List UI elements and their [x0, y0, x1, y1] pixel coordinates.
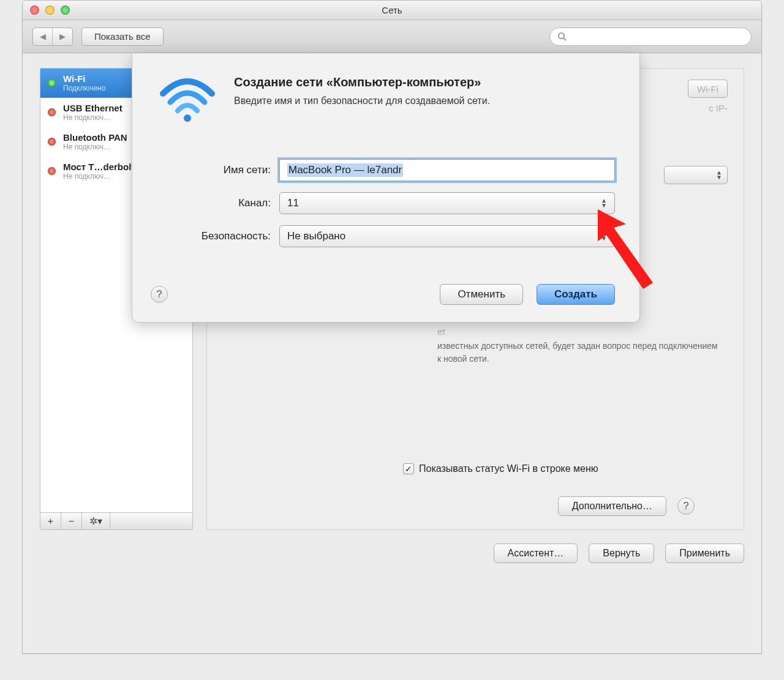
status-dot-icon [48, 138, 56, 146]
sidebar-footer: + − ✲▾ [40, 512, 192, 529]
network-name-label: Имя сети: [157, 164, 279, 176]
toolbar: ◀ ▶ Показать все [23, 20, 761, 53]
svg-point-0 [559, 33, 564, 39]
channel-select[interactable]: 11 ▲▼ [279, 192, 615, 214]
stepper-icon: ▲▼ [601, 231, 607, 241]
sidebar-item-label: Bluetooth PAN [63, 132, 127, 143]
sidebar-item-sub: Подключено [63, 84, 105, 92]
help-icon: ? [683, 500, 688, 512]
revert-button[interactable]: Вернуть [589, 544, 654, 563]
status-dot-icon [48, 108, 56, 116]
security-select[interactable]: Не выбрано ▲▼ [279, 225, 615, 247]
channel-value: 11 [287, 197, 299, 209]
forward-icon[interactable]: ▶ [53, 28, 72, 45]
sheet-title: Создание сети «Компьютер-компьютер» [234, 75, 490, 89]
service-actions-button[interactable]: ✲▾ [82, 513, 110, 529]
search-icon [557, 32, 567, 41]
sidebar-item-sub: Не подключ… [63, 172, 134, 181]
remove-service-button[interactable]: − [61, 513, 82, 529]
sidebar-item-sub: Не подключ… [63, 143, 127, 151]
back-icon[interactable]: ◀ [33, 28, 53, 45]
wifi-toggle-button[interactable]: Wi-Fi [688, 80, 728, 98]
ip-fragment: с IP- [709, 103, 728, 113]
security-label: Безопасность: [157, 230, 279, 242]
sidebar-item-label: Wi-Fi [63, 73, 105, 84]
sidebar-item-label: Мост T…derbolt [63, 162, 134, 172]
network-name-input[interactable]: MacBook Pro — le7andr [279, 159, 615, 181]
apply-button[interactable]: Применить [665, 544, 744, 563]
show-status-checkbox-row[interactable]: ✓ Показывать статус Wi-Fi в строке меню [403, 463, 598, 474]
cancel-button[interactable]: Отменить [440, 284, 523, 305]
create-button[interactable]: Создать [537, 284, 615, 305]
gear-icon: ✲▾ [89, 515, 102, 527]
titlebar: Сеть [23, 1, 761, 20]
window-title: Сеть [23, 5, 761, 15]
channel-label: Канал: [157, 197, 279, 209]
security-value: Не выбрано [287, 230, 345, 242]
add-service-button[interactable]: + [40, 513, 61, 529]
wifi-icon [157, 75, 218, 126]
network-name-value: MacBook Pro — le7andr [287, 163, 403, 177]
nav-back-forward[interactable]: ◀ ▶ [32, 28, 73, 46]
stepper-icon: ▲▼ [716, 170, 722, 180]
status-dot-icon [48, 167, 56, 175]
checkbox-icon[interactable]: ✓ [403, 463, 414, 474]
sidebar-item-sub: Не подключ… [63, 113, 123, 122]
advanced-button[interactable]: Дополнительно… [558, 496, 666, 516]
show-all-button[interactable]: Показать все [81, 28, 164, 46]
search-input[interactable] [549, 28, 752, 46]
sidebar-item-label: USB Ethernet [63, 103, 123, 113]
help-button[interactable]: ? [677, 498, 695, 515]
sheet-help-button[interactable]: ? [151, 286, 168, 303]
help-icon: ? [156, 288, 162, 301]
assistant-button[interactable]: Ассистент… [494, 544, 578, 563]
show-status-label: Показывать статус Wi-Fi в строке меню [419, 463, 598, 474]
create-network-sheet: Создание сети «Компьютер-компьютер» Введ… [132, 53, 640, 323]
sheet-subtitle: Введите имя и тип безопасности для созда… [234, 95, 490, 106]
stepper-icon: ▲▼ [601, 198, 607, 208]
network-select-fragment[interactable]: ▲▼ [664, 166, 728, 184]
svg-point-2 [184, 114, 191, 122]
svg-line-1 [564, 38, 566, 40]
status-dot-icon [48, 79, 56, 87]
